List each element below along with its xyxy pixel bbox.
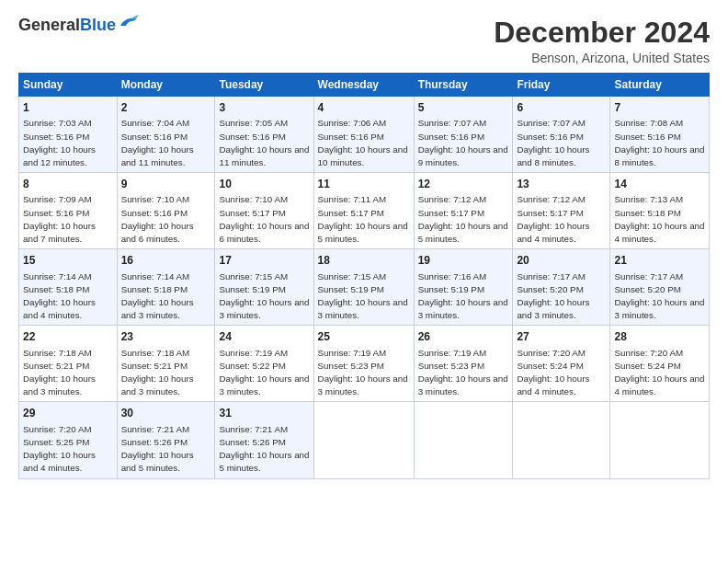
table-row: 7Sunrise: 7:08 AMSunset: 5:16 PMDaylight…: [610, 97, 710, 173]
day-info: Sunrise: 7:07 AMSunset: 5:16 PMDaylight:…: [418, 118, 508, 167]
col-friday: Friday: [513, 74, 610, 97]
day-number: 9: [121, 177, 211, 191]
table-row: 30Sunrise: 7:21 AMSunset: 5:26 PMDayligh…: [117, 402, 215, 478]
day-info: Sunrise: 7:07 AMSunset: 5:16 PMDaylight:…: [517, 118, 589, 167]
logo-bird-icon: [119, 15, 139, 29]
day-number: 20: [517, 253, 606, 268]
day-info: Sunrise: 7:20 AMSunset: 5:24 PMDaylight:…: [614, 348, 704, 397]
day-number: 28: [614, 329, 705, 344]
calendar-week-row: 22Sunrise: 7:18 AMSunset: 5:21 PMDayligh…: [19, 326, 710, 402]
day-info: Sunrise: 7:04 AMSunset: 5:16 PMDaylight:…: [121, 118, 194, 167]
day-info: Sunrise: 7:12 AMSunset: 5:17 PMDaylight:…: [418, 194, 508, 244]
table-row: 15Sunrise: 7:14 AMSunset: 5:18 PMDayligh…: [19, 249, 118, 326]
day-info: Sunrise: 7:13 AMSunset: 5:18 PMDaylight:…: [614, 194, 704, 244]
table-row: 24Sunrise: 7:19 AMSunset: 5:22 PMDayligh…: [215, 326, 313, 402]
day-info: Sunrise: 7:08 AMSunset: 5:16 PMDaylight:…: [614, 118, 704, 167]
table-row: 13Sunrise: 7:12 AMSunset: 5:17 PMDayligh…: [513, 173, 610, 249]
table-row: [313, 402, 414, 478]
calendar-week-row: 29Sunrise: 7:20 AMSunset: 5:25 PMDayligh…: [19, 402, 710, 478]
day-number: 16: [121, 253, 211, 268]
day-info: Sunrise: 7:19 AMSunset: 5:23 PMDaylight:…: [418, 348, 508, 397]
day-info: Sunrise: 7:15 AMSunset: 5:19 PMDaylight:…: [318, 271, 408, 321]
day-number: 10: [219, 177, 309, 191]
col-wednesday: Wednesday: [313, 74, 414, 97]
calendar-week-row: 15Sunrise: 7:14 AMSunset: 5:18 PMDayligh…: [19, 249, 710, 326]
calendar-header-row: Sunday Monday Tuesday Wednesday Thursday…: [19, 74, 710, 97]
table-row: 3Sunrise: 7:05 AMSunset: 5:16 PMDaylight…: [215, 97, 313, 173]
day-number: 21: [614, 253, 705, 268]
day-number: 1: [23, 100, 113, 115]
header: GeneralBlue December 2024 Benson, Arizon…: [18, 17, 710, 65]
day-number: 29: [23, 406, 113, 420]
day-number: 13: [517, 177, 606, 191]
table-row: 2Sunrise: 7:04 AMSunset: 5:16 PMDaylight…: [117, 97, 215, 173]
day-info: Sunrise: 7:16 AMSunset: 5:19 PMDaylight:…: [418, 271, 508, 321]
day-info: Sunrise: 7:10 AMSunset: 5:16 PMDaylight:…: [121, 194, 194, 244]
table-row: 20Sunrise: 7:17 AMSunset: 5:20 PMDayligh…: [513, 249, 610, 326]
table-row: 26Sunrise: 7:19 AMSunset: 5:23 PMDayligh…: [414, 326, 513, 402]
day-number: 12: [418, 177, 509, 191]
day-info: Sunrise: 7:03 AMSunset: 5:16 PMDaylight:…: [23, 118, 96, 167]
col-monday: Monday: [117, 74, 215, 97]
day-number: 23: [121, 329, 211, 344]
logo-general: General: [18, 16, 80, 34]
logo-text: GeneralBlue: [18, 17, 116, 35]
day-info: Sunrise: 7:11 AMSunset: 5:17 PMDaylight:…: [318, 194, 408, 244]
day-number: 5: [418, 100, 509, 115]
table-row: 9Sunrise: 7:10 AMSunset: 5:16 PMDaylight…: [117, 173, 215, 249]
day-number: 25: [318, 329, 410, 344]
day-number: 27: [517, 329, 606, 344]
col-saturday: Saturday: [610, 74, 710, 97]
day-info: Sunrise: 7:14 AMSunset: 5:18 PMDaylight:…: [23, 271, 96, 321]
day-number: 11: [318, 177, 410, 191]
day-number: 31: [219, 406, 309, 420]
logo: GeneralBlue: [18, 17, 139, 35]
day-info: Sunrise: 7:20 AMSunset: 5:24 PMDaylight:…: [517, 348, 589, 397]
title-block: December 2024 Benson, Arizona, United St…: [494, 17, 710, 65]
day-info: Sunrise: 7:18 AMSunset: 5:21 PMDaylight:…: [121, 348, 194, 397]
day-number: 22: [23, 329, 113, 344]
col-sunday: Sunday: [19, 74, 118, 97]
day-info: Sunrise: 7:18 AMSunset: 5:21 PMDaylight:…: [23, 348, 96, 397]
table-row: [513, 402, 610, 478]
day-info: Sunrise: 7:14 AMSunset: 5:18 PMDaylight:…: [121, 271, 194, 321]
table-row: 5Sunrise: 7:07 AMSunset: 5:16 PMDaylight…: [414, 97, 513, 173]
logo-blue: Blue: [80, 16, 116, 34]
day-info: Sunrise: 7:09 AMSunset: 5:16 PMDaylight:…: [23, 194, 96, 244]
table-row: 29Sunrise: 7:20 AMSunset: 5:25 PMDayligh…: [19, 402, 118, 478]
day-number: 15: [23, 253, 113, 268]
table-row: 10Sunrise: 7:10 AMSunset: 5:17 PMDayligh…: [215, 173, 313, 249]
day-number: 26: [418, 329, 509, 344]
day-number: 7: [614, 100, 705, 115]
table-row: 17Sunrise: 7:15 AMSunset: 5:19 PMDayligh…: [215, 249, 313, 326]
day-number: 8: [23, 177, 113, 191]
table-row: 25Sunrise: 7:19 AMSunset: 5:23 PMDayligh…: [313, 326, 414, 402]
day-number: 3: [219, 100, 309, 115]
day-number: 19: [418, 253, 509, 268]
day-info: Sunrise: 7:17 AMSunset: 5:20 PMDaylight:…: [614, 271, 704, 321]
table-row: [414, 402, 513, 478]
calendar-week-row: 8Sunrise: 7:09 AMSunset: 5:16 PMDaylight…: [19, 173, 710, 249]
day-number: 6: [517, 100, 606, 115]
day-number: 14: [614, 177, 705, 191]
col-thursday: Thursday: [414, 74, 513, 97]
calendar-week-row: 1Sunrise: 7:03 AMSunset: 5:16 PMDaylight…: [19, 97, 710, 173]
table-row: 21Sunrise: 7:17 AMSunset: 5:20 PMDayligh…: [610, 249, 710, 326]
table-row: 23Sunrise: 7:18 AMSunset: 5:21 PMDayligh…: [117, 326, 215, 402]
day-info: Sunrise: 7:21 AMSunset: 5:26 PMDaylight:…: [219, 424, 309, 474]
day-info: Sunrise: 7:10 AMSunset: 5:17 PMDaylight:…: [219, 194, 309, 244]
day-number: 17: [219, 253, 309, 268]
table-row: 14Sunrise: 7:13 AMSunset: 5:18 PMDayligh…: [610, 173, 710, 249]
day-info: Sunrise: 7:06 AMSunset: 5:16 PMDaylight:…: [318, 118, 408, 167]
page: GeneralBlue December 2024 Benson, Arizon…: [0, 0, 728, 563]
table-row: 19Sunrise: 7:16 AMSunset: 5:19 PMDayligh…: [414, 249, 513, 326]
table-row: 11Sunrise: 7:11 AMSunset: 5:17 PMDayligh…: [313, 173, 414, 249]
day-number: 4: [318, 100, 410, 115]
day-info: Sunrise: 7:21 AMSunset: 5:26 PMDaylight:…: [121, 424, 194, 474]
table-row: 22Sunrise: 7:18 AMSunset: 5:21 PMDayligh…: [19, 326, 118, 402]
table-row: 6Sunrise: 7:07 AMSunset: 5:16 PMDaylight…: [513, 97, 610, 173]
day-info: Sunrise: 7:19 AMSunset: 5:23 PMDaylight:…: [318, 348, 408, 397]
table-row: 12Sunrise: 7:12 AMSunset: 5:17 PMDayligh…: [414, 173, 513, 249]
day-number: 18: [318, 253, 410, 268]
day-number: 2: [121, 100, 211, 115]
